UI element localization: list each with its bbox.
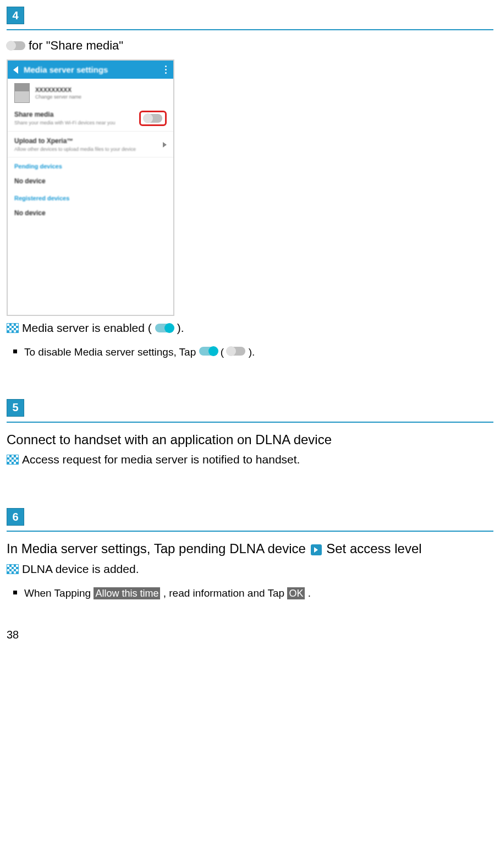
- screenshot-upload-sub: Allow other devices to upload media file…: [14, 146, 136, 153]
- step-badge-4: 4: [7, 7, 24, 24]
- step4-enabled-line: Media server is enabled ( ).: [7, 321, 493, 335]
- highlight-box: [139, 111, 167, 126]
- step6-result-text: DLNA device is added.: [22, 563, 139, 576]
- step4-instruction: for "Share media": [7, 39, 493, 53]
- screenshot-header: Media server settings: [8, 61, 173, 79]
- chevron-right-icon: [163, 142, 167, 148]
- step6-main-prefix: In Media server settings, Tap pending DL…: [7, 541, 306, 556]
- step-4: 4 for "Share media" Media server setting…: [7, 7, 493, 361]
- page-number: 38: [7, 629, 493, 641]
- next-arrow-icon: [311, 544, 322, 555]
- divider: [7, 422, 493, 423]
- enabled-prefix: Media server is enabled (: [22, 321, 152, 335]
- screenshot-title: Media server settings: [24, 65, 108, 74]
- checker-flag-icon: [7, 323, 19, 333]
- back-arrow-icon: [13, 66, 18, 74]
- bullet-prefix: When Tapping: [24, 587, 94, 599]
- toggle-on-icon: [199, 347, 218, 356]
- toggle-off-icon: [144, 114, 162, 123]
- bullet-prefix: To disable Media server settings, Tap: [24, 346, 199, 358]
- toggle-off-icon: [227, 347, 245, 356]
- step6-main: In Media server settings, Tap pending DL…: [7, 540, 493, 558]
- screenshot-upload-row: Upload to Xperia™ Allow other devices to…: [8, 132, 173, 158]
- enabled-suffix: ).: [177, 321, 184, 335]
- overflow-menu-icon: [165, 65, 167, 74]
- bullet-suffix: ).: [249, 346, 255, 358]
- screenshot-usersub: Change server name: [35, 94, 81, 100]
- step6-bullet-1: When Tapping Allow this time , read info…: [24, 586, 493, 602]
- screenshot-media-server-settings: Media server settings XXXXXXXXX Change s…: [7, 59, 174, 316]
- step5-result-text: Access request for media server is notif…: [22, 453, 300, 466]
- step-5: 5 Connect to handset with an application…: [7, 399, 493, 466]
- step6-main-suffix: Set access level: [326, 541, 421, 556]
- step4-bullets: To disable Media server settings, Tap ( …: [7, 345, 493, 361]
- screenshot-user-row: XXXXXXXXX Change server name: [8, 79, 173, 105]
- toggle-on-icon: [155, 324, 174, 332]
- bullet-suffix: .: [308, 587, 311, 599]
- divider: [7, 29, 493, 30]
- bullet-mid: , read information and Tap: [163, 587, 288, 599]
- screenshot-pending-header: Pending devices: [8, 157, 173, 173]
- toggle-off-icon: [7, 41, 25, 50]
- screenshot-username: XXXXXXXXX: [35, 86, 81, 93]
- checker-flag-icon: [7, 455, 19, 465]
- checker-flag-icon: [7, 564, 19, 574]
- screenshot-share-title: Share media: [14, 111, 116, 118]
- key-ok: OK: [287, 587, 305, 599]
- step-6: 6 In Media server settings, Tap pending …: [7, 508, 493, 601]
- screenshot-no-device-1: No device: [8, 173, 173, 189]
- step4-bullet-1: To disable Media server settings, Tap ( …: [24, 345, 493, 361]
- step5-main: Connect to handset with an application o…: [7, 431, 493, 449]
- screenshot-share-media-row: Share media Share your media with Wi-Fi …: [8, 105, 173, 132]
- screenshot-upload-title: Upload to Xperia™: [14, 137, 136, 145]
- step6-result-line: DLNA device is added.: [7, 563, 493, 576]
- bullet-mid: (: [221, 346, 224, 358]
- avatar-icon: [14, 83, 30, 103]
- screenshot-no-device-2: No device: [8, 205, 173, 221]
- step-badge-5: 5: [7, 399, 24, 417]
- screenshot-registered-header: Registered devices: [8, 189, 173, 205]
- divider: [7, 531, 493, 532]
- step4-line-text: for "Share media": [29, 39, 123, 53]
- key-allow-this-time: Allow this time: [94, 587, 160, 599]
- step6-bullets: When Tapping Allow this time , read info…: [7, 586, 493, 602]
- step5-result-line: Access request for media server is notif…: [7, 453, 493, 466]
- step-badge-6: 6: [7, 508, 24, 526]
- screenshot-share-sub: Share your media with Wi-Fi devices near…: [14, 120, 116, 127]
